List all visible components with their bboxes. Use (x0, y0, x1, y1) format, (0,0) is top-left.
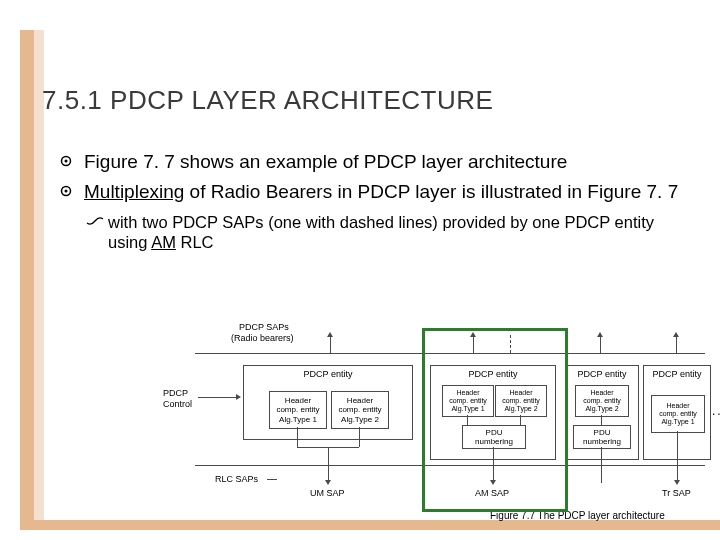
rlc-pointer (267, 479, 277, 480)
conn-e3-2 (601, 447, 602, 483)
sap-arrow-tr (673, 332, 679, 337)
body-text: Figure 7. 7 shows an example of PDCP lay… (60, 150, 680, 253)
conn-4 (328, 447, 329, 483)
bullet-icon (60, 180, 84, 204)
sap-arrow-up-um (327, 332, 333, 337)
conn-tr-1 (677, 431, 678, 483)
slide-title: 7.5.1 PDCP LAYER ARCHITECTURE (42, 85, 493, 116)
bullet-item-2: Multiplexing of Radio Bearers in PDCP la… (60, 180, 680, 204)
radio-bearers-label: (Radio bearers) (231, 334, 294, 344)
sap-line-tr (676, 335, 677, 353)
pdcp-saps-label: PDCP SAPs (239, 323, 289, 333)
sub-text-post: RLC (176, 233, 214, 251)
bullet-item-1: Figure 7. 7 shows an example of PDCP lay… (60, 150, 680, 174)
underlined-am: AM (151, 233, 176, 251)
rlc-saps-label: RLC SAPs (215, 475, 258, 485)
conn-1 (297, 427, 298, 447)
pdcp-control-label-2: Control (163, 400, 192, 410)
pdcp-control-label-1: PDCP (163, 389, 188, 399)
pdu-numbering-e3: PDU numbering (573, 425, 631, 449)
svg-point-3 (65, 189, 68, 192)
bullet-text-2-rest: of Radio Bearers in PDCP layer is illust… (184, 181, 678, 202)
control-arrow-head (236, 394, 241, 400)
figure-7-7: PDCP SAPs (Radio bearers) PDCP Control P… (165, 315, 705, 525)
bullet-icon (60, 150, 84, 174)
bullet-text-2: Multiplexing of Radio Bearers in PDCP la… (84, 180, 680, 204)
sap-line-um (330, 335, 331, 353)
conn-2 (359, 427, 360, 447)
sap-arrow-3 (597, 332, 603, 337)
header-comp-alg1-tr: Header comp. entity Alg.Type 1 (651, 395, 705, 433)
um-sap-label: UM SAP (310, 489, 345, 499)
conn-e3-1 (601, 415, 602, 425)
svg-point-1 (65, 160, 68, 163)
header-comp-alg1-um: Header comp. entity Alg.Type 1 (269, 391, 327, 429)
tr-sap-label: Tr SAP (662, 489, 691, 499)
sub-bullet-text: with two PDCP SAPs (one with dashed line… (108, 212, 680, 253)
header-comp-alg2-e3: Header comp. entity Alg.Type 2 (575, 385, 629, 417)
arrow-down-tr (674, 480, 680, 485)
highlight-green-box (422, 328, 568, 512)
sub-bullet-item-1: with two PDCP SAPs (one with dashed line… (86, 212, 680, 253)
dots-right: ... (712, 405, 720, 418)
sap-line-3 (600, 335, 601, 353)
underlined-multiplexing: Multiplexing (84, 181, 184, 202)
header-comp-alg2-um: Header comp. entity Alg.Type 2 (331, 391, 389, 429)
sub-bullet-list: with two PDCP SAPs (one with dashed line… (86, 212, 680, 253)
arrow-down-um (325, 480, 331, 485)
control-arrow-line (198, 397, 238, 398)
swash-bullet-icon (86, 212, 108, 253)
bullet-text-1: Figure 7. 7 shows an example of PDCP lay… (84, 150, 680, 174)
